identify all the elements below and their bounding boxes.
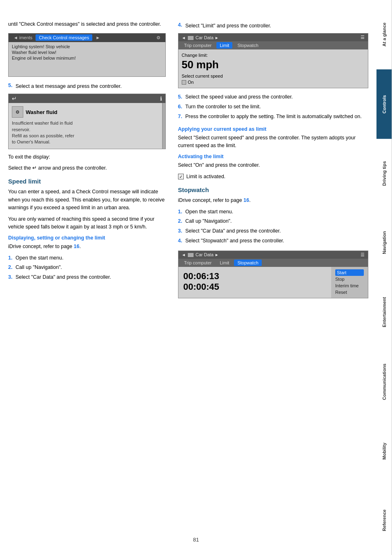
msg-title-row: ⚙ Washer fluid [12, 106, 162, 118]
msg-content: Insufficient washer fluid in fluid reser… [12, 120, 162, 145]
idrive-ref-right: iDrive concept, refer to page 16. [178, 197, 368, 204]
displaying-heading: Displaying, setting or changing the limi… [8, 235, 166, 241]
cc-item-2: Washer fluid level low! [12, 49, 162, 55]
limit-screen-settings-icon: ☰ [361, 35, 365, 40]
intro-text: until "Check Control messages" is select… [8, 20, 166, 28]
left-column: until "Check Control messages" is select… [8, 8, 174, 547]
cc-settings-icon[interactable]: ⚙ [153, 34, 164, 41]
cc-tab-iments[interactable]: ◄ iments [10, 34, 36, 41]
left-step-2: 2. Call up "Navigation". [8, 264, 166, 271]
left-step-3: 3. Select "Car Data" and press the contr… [8, 273, 166, 281]
stopwatch-screen: ◄ Car Data ► ☰ Trip computer Limit Stopw… [178, 251, 368, 298]
sidebar-tab-at-a-glance[interactable]: At a glance [376, 0, 392, 69]
activating-text: Select "On" and press the controller. [178, 161, 368, 169]
main-content: until "Check Control messages" is select… [0, 0, 376, 555]
limit-tab-limit[interactable]: Limit [216, 42, 232, 49]
sidebar-tab-communications[interactable]: Communications [376, 347, 392, 416]
step5-num: 5. [8, 83, 16, 90]
sw-body: 00:06:13 00:00:45 Start Stop Interim tim… [178, 267, 368, 298]
sidebar-tab-controls[interactable]: Controls [376, 69, 392, 139]
page-ref-link-right[interactable]: 16 [243, 197, 249, 203]
sw-menu-stop[interactable]: Stop [335, 276, 364, 282]
sidebar-tab-driving-tips[interactable]: Driving tips [376, 139, 392, 208]
right-step-6: 6. Turn the controller to set the limit. [178, 103, 368, 111]
msg-title: Washer fluid [26, 109, 58, 115]
msg-info-icon: ℹ [160, 96, 162, 102]
sw-step-4: 4. Select "Stopwatch" and press the cont… [178, 237, 368, 245]
right-column: 4. Select "Limit" and press the controll… [174, 8, 368, 547]
sw-tab-limit[interactable]: Limit [216, 260, 232, 266]
step4-right-text: Select "Limit" and press the controller. [185, 22, 271, 30]
limit-tab-bar: Trip computer Limit Stopwatch [178, 41, 368, 49]
checkmark-icon: ✓ [178, 174, 184, 179]
change-limit-label: Change limit: [182, 53, 365, 58]
select-current-speed[interactable]: Select current speed [182, 74, 365, 78]
sw-menu: Start Stop Interim time Reset [331, 267, 368, 298]
sw-step-2: 2. Call up "Navigation". [178, 217, 368, 225]
limit-checkbox-row: On [182, 80, 365, 85]
sw-times: 00:06:13 00:00:45 [178, 267, 331, 298]
sw-tab-trip[interactable]: Trip computer [181, 260, 215, 266]
speed-limit-heading: Speed limit [8, 178, 166, 185]
sw-tab-stopwatch[interactable]: Stopwatch [234, 260, 261, 266]
limit-activated-text: ✓ Limit is activated. [178, 173, 368, 181]
left-steps-list: 1. Open the start menu. 2. Call up "Navi… [8, 254, 166, 281]
page-ref-link-left[interactable]: 16 [74, 244, 80, 249]
applying-heading: Applying your current speed as limit [178, 126, 368, 132]
sw-menu-interim[interactable]: Interim time [335, 282, 364, 289]
exit-text-1: To exit the display: [8, 153, 166, 161]
msg-back-arrow[interactable]: ↵ [12, 95, 17, 102]
sw-time-1: 00:06:13 [183, 271, 326, 282]
cc-item-1: Lighting system! Stop vehicle [12, 44, 162, 49]
cc-tab-bar: ◄ iments Check Control messages ► ⚙ [9, 34, 165, 42]
limit-header: ◄ Car Data ► ☰ [178, 34, 368, 41]
right-step-7: 7. Press the controller to apply the set… [178, 113, 368, 121]
sw-menu-reset[interactable]: Reset [335, 289, 364, 295]
limit-tab-trip[interactable]: Trip computer [181, 42, 215, 49]
scrollbar[interactable] [162, 103, 165, 149]
limit-screen: ◄ Car Data ► ☰ Trip computer Limit Stopw… [178, 33, 368, 88]
sidebar-tab-navigation[interactable]: Navigation [376, 208, 392, 278]
sidebar-tab-mobility[interactable]: Mobility [376, 416, 392, 486]
cc-body: Lighting system! Stop vehicle Washer flu… [9, 42, 165, 76]
speed-limit-body-1: You can enter a speed, and a Check Contr… [8, 188, 166, 212]
right-step-5: 5. Select the speed value and press the … [178, 93, 368, 101]
right-steps-5-7: 5. Select the speed value and press the … [178, 93, 368, 120]
speed-limit-body-2: You are only warned of reaching this spe… [8, 215, 166, 231]
applying-text: Select "Select current speed" and press … [178, 134, 368, 150]
left-step-1: 1. Open the start menu. [8, 254, 166, 262]
limit-body: Change limit: 50 mph Select current spee… [178, 49, 368, 88]
message-detail-screen: ↵ ℹ ⚙ Washer fluid Insufficient washer f… [8, 94, 166, 149]
limit-value: 50 mph [182, 58, 365, 71]
limit-checkbox[interactable] [182, 80, 186, 85]
idrive-ref-left: iDrive concept, refer to page 16. [8, 243, 166, 251]
cc-item-3: Engine oil level below minimum! [12, 55, 162, 61]
washer-fluid-icon: ⚙ [12, 106, 23, 118]
sw-header: ◄ Car Data ► ☰ [178, 251, 368, 259]
msg-header: ↵ ℹ [9, 94, 165, 103]
sidebar-tab-entertainment[interactable]: Entertainment [376, 278, 392, 347]
right-steps-sw: 1. Open the start menu. 2. Call up "Navi… [178, 208, 368, 245]
stopwatch-heading: Stopwatch [178, 186, 368, 193]
limit-tab-stopwatch[interactable]: Stopwatch [234, 42, 261, 49]
cc-tab-check-control[interactable]: Check Control messages [36, 34, 92, 41]
sw-menu-start[interactable]: Start [335, 269, 364, 276]
step4-right-num: 4. [178, 22, 185, 30]
activating-heading: Activating the limit [178, 154, 368, 159]
sw-step-3: 3. Select "Car Data" and press the contr… [178, 227, 368, 235]
sw-step-1: 1. Open the start menu. [178, 208, 368, 216]
sidebar: At a glance Controls Driving tips Naviga… [376, 0, 392, 555]
msg-body: ⚙ Washer fluid Insufficient washer fluid… [9, 103, 165, 149]
sw-time-2: 00:00:45 [183, 282, 326, 292]
limit-on-label: On [188, 80, 194, 85]
page-number: 81 [193, 537, 199, 543]
cc-tab-right-arrow[interactable]: ► [92, 34, 103, 41]
exit-text-2: Select the ↵ arrow and press the control… [8, 164, 166, 172]
sidebar-tab-reference[interactable]: Reference [376, 486, 392, 555]
sw-settings-icon: ☰ [361, 252, 365, 257]
sw-tab-bar: Trip computer Limit Stopwatch [178, 259, 368, 267]
check-control-screen: ◄ iments Check Control messages ► ⚙ Ligh… [8, 33, 166, 77]
step5-text: Select a text message and press the cont… [16, 83, 122, 90]
sw-car-data-label: ◄ Car Data ► [182, 252, 219, 257]
car-data-icon: ◄ Car Data ► [182, 35, 219, 40]
